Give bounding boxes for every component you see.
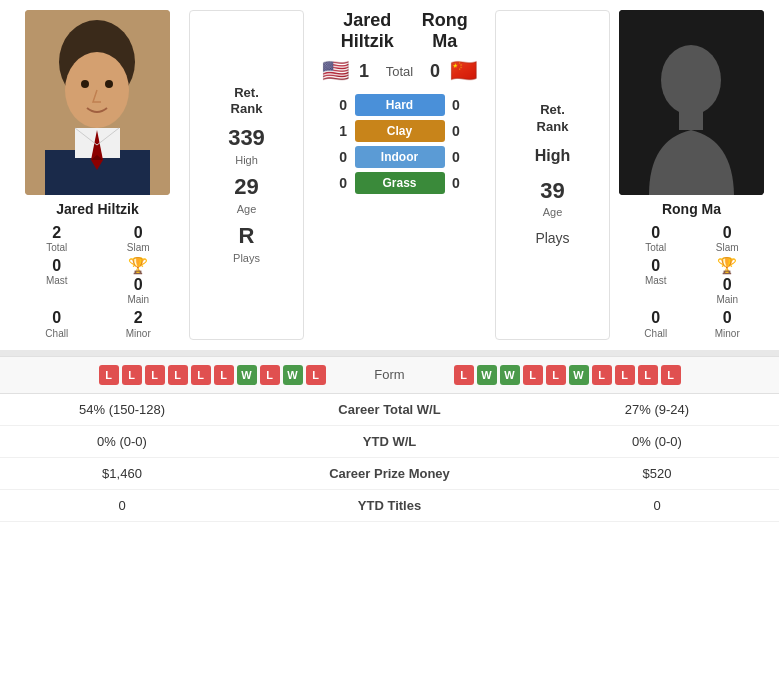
stat-chall-left: 0 Chall bbox=[20, 308, 94, 339]
form-badge-left-8: L bbox=[260, 365, 280, 385]
stats-table: 54% (150-128) Career Total W/L 27% (9-24… bbox=[0, 393, 779, 522]
surface-row-clay: 1 Clay 0 bbox=[322, 120, 477, 142]
form-badge-left-3: L bbox=[145, 365, 165, 385]
svg-point-3 bbox=[81, 80, 89, 88]
flag-left: 🇺🇸 bbox=[322, 58, 349, 84]
ytd-wl-row: 0% (0-0) YTD W/L 0% (0-0) bbox=[0, 426, 779, 458]
player-name-right: Rong Ma bbox=[662, 201, 721, 217]
ytd-titles-label: YTD Titles bbox=[232, 498, 547, 513]
prize-money-label: Career Prize Money bbox=[232, 466, 547, 481]
form-badge-right-4: L bbox=[523, 365, 543, 385]
ytd-wl-left: 0% (0-0) bbox=[12, 434, 232, 449]
form-badge-right-2: W bbox=[477, 365, 497, 385]
ytd-titles-right: 0 bbox=[547, 498, 767, 513]
svg-point-8 bbox=[661, 45, 721, 115]
center-stats-left: Ret. Rank 339 High 29 Age R Plays bbox=[189, 10, 304, 340]
prize-money-left: $1,460 bbox=[12, 466, 232, 481]
ret-rank-right: Ret. Rank bbox=[537, 102, 569, 136]
form-badge-right-6: W bbox=[569, 365, 589, 385]
surface-row-indoor: 0 Indoor 0 bbox=[322, 146, 477, 168]
form-badges-right: L W W L L W L L L L bbox=[454, 365, 768, 385]
plays-right: Plays bbox=[535, 229, 569, 247]
prize-money-row: $1,460 Career Prize Money $520 bbox=[0, 458, 779, 490]
form-badge-right-5: L bbox=[546, 365, 566, 385]
grass-score-right: 0 bbox=[452, 175, 477, 191]
ytd-titles-left: 0 bbox=[12, 498, 232, 513]
clay-score-right: 0 bbox=[452, 123, 477, 139]
career-wl-right: 27% (9-24) bbox=[547, 402, 767, 417]
trophy-icon-right: 🏆 bbox=[717, 257, 737, 274]
form-label: Form bbox=[330, 367, 450, 382]
high-left: 339 High bbox=[228, 124, 265, 167]
total-label: Total bbox=[369, 64, 430, 79]
stat-minor-left: 2 Minor bbox=[102, 308, 176, 339]
career-wl-label: Career Total W/L bbox=[232, 402, 547, 417]
career-wl-left: 54% (150-128) bbox=[12, 402, 232, 417]
match-middle: Jared Hiltzik Rong Ma 🇺🇸 1 Total 0 🇨🇳 0 bbox=[308, 10, 491, 340]
surface-rows: 0 Hard 0 1 Clay 0 0 Indoor bbox=[312, 92, 487, 196]
hard-score-right: 0 bbox=[452, 97, 477, 113]
form-badge-right-1: L bbox=[454, 365, 474, 385]
form-badge-left-5: L bbox=[191, 365, 211, 385]
stat-chall-right: 0 Chall bbox=[624, 308, 688, 339]
player-right: Rong Ma 0 Total 0 Slam 0 Mast 🏆 0 Main bbox=[614, 10, 769, 340]
main-container: Jared Hiltzik 2 Total 0 Slam 0 Mast 🏆 0 bbox=[0, 0, 779, 522]
clay-score-left: 1 bbox=[322, 123, 347, 139]
stat-main-left: 🏆 0 Main bbox=[102, 256, 176, 306]
stat-mast-left: 0 Mast bbox=[20, 256, 94, 306]
age-left: 29 Age bbox=[234, 173, 258, 216]
stat-main-right: 🏆 0 Main bbox=[696, 256, 760, 306]
prize-money-right: $520 bbox=[547, 466, 767, 481]
stat-mast-right: 0 Mast bbox=[624, 256, 688, 306]
form-section: L L L L L L W L W L Form L W W L L W L L… bbox=[0, 356, 779, 393]
score-right-total: 0 bbox=[430, 61, 440, 82]
form-badge-left-10: L bbox=[306, 365, 326, 385]
form-badge-right-7: L bbox=[592, 365, 612, 385]
indoor-score-right: 0 bbox=[452, 149, 477, 165]
hard-score-left: 0 bbox=[322, 97, 347, 113]
player-stats-grid-left: 2 Total 0 Slam 0 Mast 🏆 0 Main 0 bbox=[10, 223, 185, 340]
age-right: 39 Age bbox=[540, 177, 564, 220]
surface-badge-indoor: Indoor bbox=[355, 146, 445, 168]
form-badge-right-8: L bbox=[615, 365, 635, 385]
form-badge-right-9: L bbox=[638, 365, 658, 385]
flag-right: 🇨🇳 bbox=[450, 58, 477, 84]
player-name-top-right: Rong Ma bbox=[412, 10, 477, 52]
surface-row-hard: 0 Hard 0 bbox=[322, 94, 477, 116]
center-stats-right: Ret. Rank High 39 Age Plays bbox=[495, 10, 610, 340]
ret-rank-left: Ret. Rank bbox=[231, 85, 263, 119]
form-badges-left: L L L L L L W L W L bbox=[12, 365, 326, 385]
grass-score-left: 0 bbox=[322, 175, 347, 191]
form-badge-right-10: L bbox=[661, 365, 681, 385]
surface-badge-grass: Grass bbox=[355, 172, 445, 194]
score-left-total: 1 bbox=[359, 61, 369, 82]
player-photo-left bbox=[25, 10, 170, 195]
stat-total-right: 0 Total bbox=[624, 223, 688, 254]
stat-minor-right: 0 Minor bbox=[696, 308, 760, 339]
surface-badge-clay: Clay bbox=[355, 120, 445, 142]
svg-point-4 bbox=[105, 80, 113, 88]
ytd-wl-right: 0% (0-0) bbox=[547, 434, 767, 449]
plays-left: R Plays bbox=[233, 222, 260, 265]
high-right: High bbox=[535, 146, 571, 167]
player-name-top-left: Jared Hiltzik bbox=[322, 10, 412, 52]
form-badge-left-7: W bbox=[237, 365, 257, 385]
stat-slam-left: 0 Slam bbox=[102, 223, 176, 254]
form-badge-left-9: W bbox=[283, 365, 303, 385]
svg-rect-9 bbox=[679, 110, 703, 130]
stat-slam-right: 0 Slam bbox=[696, 223, 760, 254]
form-badge-left-2: L bbox=[122, 365, 142, 385]
indoor-score-left: 0 bbox=[322, 149, 347, 165]
form-badge-left-4: L bbox=[168, 365, 188, 385]
surface-badge-hard: Hard bbox=[355, 94, 445, 116]
stat-total-left: 2 Total bbox=[20, 223, 94, 254]
player-left: Jared Hiltzik 2 Total 0 Slam 0 Mast 🏆 0 bbox=[10, 10, 185, 340]
top-section: Jared Hiltzik 2 Total 0 Slam 0 Mast 🏆 0 bbox=[0, 0, 779, 350]
form-badge-right-3: W bbox=[500, 365, 520, 385]
career-wl-row: 54% (150-128) Career Total W/L 27% (9-24… bbox=[0, 394, 779, 426]
ytd-wl-label: YTD W/L bbox=[232, 434, 547, 449]
player-stats-grid-right: 0 Total 0 Slam 0 Mast 🏆 0 Main 0 bbox=[614, 223, 769, 340]
ytd-titles-row: 0 YTD Titles 0 bbox=[0, 490, 779, 522]
form-badge-left-1: L bbox=[99, 365, 119, 385]
form-badge-left-6: L bbox=[214, 365, 234, 385]
